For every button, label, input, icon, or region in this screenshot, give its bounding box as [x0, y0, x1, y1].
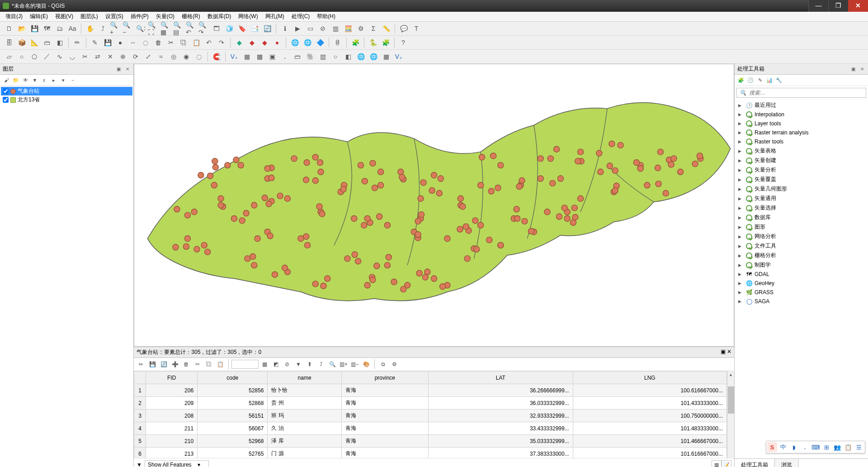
column-header[interactable]: province	[341, 372, 428, 384]
expand-arrow-icon[interactable]: ▶	[738, 112, 744, 117]
row-number[interactable]: 5	[134, 435, 146, 448]
cell-code[interactable]: 52765	[198, 448, 268, 458]
layer-tree[interactable]: 气象台站 北方13省	[0, 86, 133, 467]
attr-invert-button[interactable]: ◩	[271, 359, 281, 369]
new-bookmark-button[interactable]: 🔖	[236, 23, 248, 34]
cell-lat[interactable]: 35.033332999...	[428, 435, 573, 448]
station-point[interactable]	[218, 195, 224, 201]
layer-node[interactable]: 气象台站	[1, 87, 132, 95]
station-point[interactable]	[556, 214, 562, 219]
algorithm-group[interactable]: ▶ 栅格分析	[736, 251, 867, 260]
algorithm-group[interactable]: ▶ Raster terrain analysis	[736, 128, 867, 137]
station-point[interactable]	[498, 162, 504, 168]
column-header[interactable]: FID	[146, 372, 198, 384]
station-point[interactable]	[316, 204, 322, 210]
open-project-button[interactable]: 📂	[16, 23, 28, 34]
expand-arrow-icon[interactable]: ▶	[738, 299, 744, 304]
add-wms2-button[interactable]: 🌐	[355, 51, 367, 62]
toolbox-search-input[interactable]	[749, 90, 863, 96]
measure-button[interactable]: 📏	[380, 23, 392, 34]
station-point[interactable]	[362, 178, 368, 184]
expand-all-button[interactable]: ▸	[50, 76, 58, 84]
new-shapefile-button[interactable]: 📐	[28, 37, 40, 48]
station-point[interactable]	[398, 169, 404, 175]
attr-undock-icon[interactable]: ▣	[721, 348, 726, 355]
new-print-layout-button[interactable]: 🗺	[41, 23, 53, 34]
station-point[interactable]	[528, 228, 534, 234]
table-row[interactable]: 5 210 52968 泽 库 青海 35.033332999... 101.4…	[134, 435, 727, 448]
attr-zoom-to-button[interactable]: 🔍	[327, 359, 337, 369]
station-point[interactable]	[174, 206, 180, 212]
toolbox-search[interactable]: 🔍	[736, 88, 866, 98]
station-point[interactable]	[488, 188, 494, 194]
attribute-vscrollbar[interactable]: ▲	[727, 371, 734, 458]
station-point[interactable]	[478, 222, 484, 228]
column-header[interactable]: LNG	[573, 372, 726, 384]
station-point[interactable]	[318, 169, 324, 175]
station-point[interactable]	[578, 149, 584, 155]
station-point[interactable]	[239, 218, 245, 224]
db-manager-button[interactable]: 🛢	[332, 37, 344, 48]
delring-button[interactable]: ◌	[193, 51, 205, 62]
station-point[interactable]	[544, 209, 550, 215]
refresh-button[interactable]: 🔄	[261, 23, 273, 34]
fillring-button[interactable]: ◉	[180, 51, 192, 62]
add-mesh-button[interactable]: ▣	[266, 51, 278, 62]
zoom-to-layer-button[interactable]: 🔍▤	[173, 23, 184, 34]
undo-button[interactable]: ↶	[203, 37, 215, 48]
expand-arrow-icon[interactable]: ▶	[738, 158, 744, 163]
add-vector-tile-button[interactable]: ▦	[380, 51, 392, 62]
station-point[interactable]	[538, 176, 543, 181]
station-point[interactable]	[572, 214, 578, 220]
station-point[interactable]	[618, 142, 623, 148]
add-csv-button[interactable]: ，	[279, 51, 291, 62]
expand-arrow-icon[interactable]: ▶	[738, 149, 744, 153]
snap-toggle-button[interactable]: 🧲	[211, 51, 222, 62]
cell-name[interactable]: 泽 库	[268, 435, 341, 448]
add-wcs-button[interactable]: 🌐	[368, 51, 379, 62]
digitize-arc-button[interactable]: ◡	[66, 51, 78, 62]
open-attribute-table-button[interactable]: ▥	[330, 23, 341, 34]
table-row[interactable]: 2 209 52868 贵 州 青海 36.033332999... 101.4…	[134, 397, 727, 410]
new-geopackage-button[interactable]: 📦	[16, 37, 28, 48]
tab-processing-toolbox[interactable]: 处理工具箱	[735, 459, 775, 467]
menu-item[interactable]: 设置(S)	[102, 12, 127, 21]
algorithm-group[interactable]: ▶ 矢量覆盖	[736, 175, 867, 184]
attr-pan-to-button[interactable]: ⤴	[316, 359, 326, 369]
column-header[interactable]: code	[198, 372, 268, 384]
station-point[interactable]	[474, 246, 480, 252]
algorithm-group[interactable]: ▶ 🌐 GeoHey	[736, 279, 867, 288]
scale-button[interactable]: ⤢	[142, 51, 154, 62]
station-point[interactable]	[255, 236, 260, 242]
station-point[interactable]	[663, 190, 669, 196]
algorithm-group[interactable]: ▶ 图形	[736, 222, 867, 232]
menu-item[interactable]: 网孔(M)	[262, 12, 288, 21]
layer-visibility-checkbox[interactable]	[3, 88, 9, 94]
add-pg-button[interactable]: 🐘	[304, 51, 316, 62]
row-number[interactable]: 2	[134, 397, 146, 410]
ime-button[interactable]: 📋	[843, 442, 853, 452]
station-point[interactable]	[325, 276, 330, 281]
station-point[interactable]	[225, 162, 231, 168]
station-point[interactable]	[656, 181, 661, 187]
map-tips-button[interactable]: 💬	[398, 23, 410, 34]
row-number[interactable]: 4	[134, 422, 146, 435]
ime-button[interactable]: ⊞	[821, 442, 831, 452]
add-raster-button[interactable]: ▩	[254, 51, 265, 62]
delete-selected-button[interactable]: 🗑	[152, 37, 164, 48]
attr-reload-button[interactable]: 🔄	[159, 359, 169, 369]
layer-node[interactable]: 北方13省	[1, 95, 132, 104]
ime-toolbar[interactable]: S中◗，⌨⊞👥📋☰	[766, 441, 865, 453]
cell-province[interactable]: 青海	[341, 410, 428, 422]
menu-item[interactable]: 帮助(H)	[313, 12, 339, 21]
cell-name[interactable]: 班 玛	[268, 410, 341, 422]
copy-button[interactable]: ⿻	[178, 37, 189, 48]
station-point[interactable]	[655, 165, 660, 171]
station-point[interactable]	[438, 176, 443, 181]
attr-copy-button[interactable]: ⿻	[204, 359, 214, 369]
station-point[interactable]	[218, 202, 224, 208]
simplify-button[interactable]: ≈	[155, 51, 167, 62]
toggle-edit-button[interactable]: ✎	[89, 37, 101, 48]
cell-lat[interactable]: 36.266666999...	[428, 384, 573, 397]
new-3d-view-button[interactable]: 🧊	[223, 23, 235, 34]
